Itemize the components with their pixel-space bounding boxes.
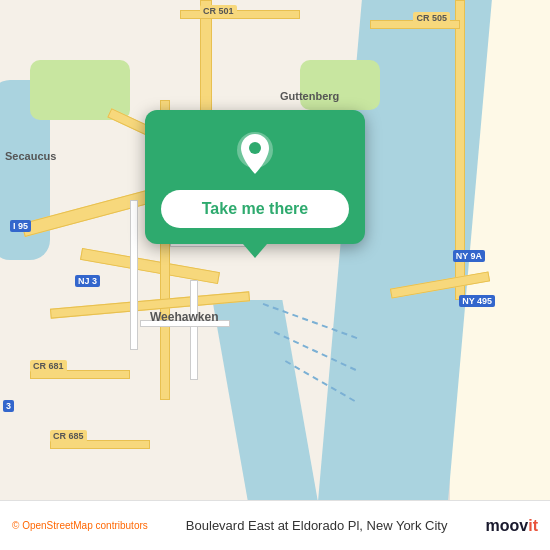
moovit-logo-moov: moov bbox=[486, 517, 529, 534]
moovit-logo-it: it bbox=[528, 517, 538, 534]
map-background: Secaucus Weehawken Guttenberg I 95 NJ 3 … bbox=[0, 0, 550, 500]
popup-card: Take me there bbox=[145, 110, 365, 244]
take-me-there-button[interactable]: Take me there bbox=[161, 190, 349, 228]
osm-attribution: © OpenStreetMap contributors bbox=[12, 520, 148, 531]
location-pin-icon bbox=[231, 130, 279, 178]
svg-point-1 bbox=[249, 142, 261, 154]
bottom-bar: © OpenStreetMap contributors Boulevard E… bbox=[0, 500, 550, 550]
moovit-logo: moovit bbox=[486, 517, 538, 535]
location-label: Boulevard East at Eldorado Pl, New York … bbox=[148, 518, 486, 533]
map-container[interactable]: Secaucus Weehawken Guttenberg I 95 NJ 3 … bbox=[0, 0, 550, 500]
